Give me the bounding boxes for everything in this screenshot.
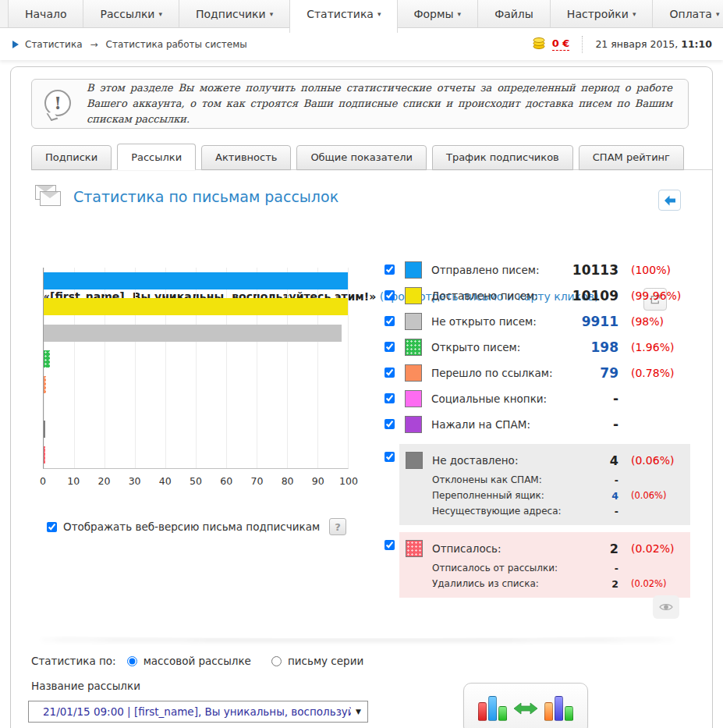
legend-subvalue: - <box>564 506 618 517</box>
current-time: 11:10 <box>681 38 712 50</box>
legend-color-swatch <box>405 261 422 279</box>
balance-amount[interactable]: 0 € <box>552 37 570 51</box>
legend-checkbox[interactable] <box>385 290 395 300</box>
legend-label: Отписалось: <box>432 542 564 555</box>
divider <box>582 36 583 53</box>
legend-group-block: Не доставлено:4(0.06%)Отклонены как СПАМ… <box>399 444 690 525</box>
chart-x-axis: 0102030405060708090100 <box>43 475 349 491</box>
legend-percent: (98%) <box>618 315 690 328</box>
nav-item-8[interactable]: Оплата▾ <box>653 0 723 27</box>
legend-color-swatch <box>405 287 422 304</box>
tab-4[interactable]: Общие показатели <box>296 145 427 170</box>
chart-bar-row <box>44 325 348 342</box>
help-button[interactable]: ? <box>329 518 346 535</box>
legend-checkbox[interactable] <box>385 368 395 378</box>
chart-bar <box>44 298 348 315</box>
chart-bar <box>44 421 45 438</box>
chevron-down-icon: ▾ <box>270 10 274 18</box>
x-tick-label: 40 <box>159 475 172 487</box>
campaign-select[interactable]: 21/01/15 09:00 | [first_name], Вы уникал… <box>28 701 368 723</box>
legend-row: Перешло по ссылкам:79(0.78%) <box>385 360 690 385</box>
legend-row: Доставлено писем:10109(99.96%) <box>385 282 690 308</box>
legend-percent: (0.06%) <box>618 454 690 467</box>
legend-subvalue-link[interactable]: 4 <box>564 490 618 502</box>
preview-eye-button[interactable] <box>653 595 679 619</box>
legend-color-swatch <box>405 416 422 433</box>
stats-by-radio[interactable] <box>271 656 282 666</box>
nav-item-5[interactable]: Формы▾ <box>397 0 478 27</box>
chevron-down-icon: ▾ <box>716 10 720 18</box>
double-arrow-icon <box>514 701 537 716</box>
legend-value-link[interactable]: 9911 <box>559 314 618 329</box>
legend-checkbox[interactable] <box>385 419 395 429</box>
legend-sublabel: Переполненный ящик: <box>432 490 564 501</box>
legend-value-link[interactable]: 79 <box>559 365 618 381</box>
stats-by-option-2[interactable]: письму серии <box>271 655 363 667</box>
compare-campaigns-button[interactable] <box>463 683 588 728</box>
campaign-name-label: Название рассылки <box>31 680 140 692</box>
chart-bar-row <box>44 350 348 368</box>
legend-value-link[interactable]: 198 <box>559 339 618 355</box>
eye-icon <box>659 602 673 612</box>
legend-value: 10113 <box>559 262 618 278</box>
legend-checkbox[interactable] <box>385 342 395 352</box>
tab-6[interactable]: СПАМ рейтинг <box>579 145 684 170</box>
radio-label: массовой рассылке <box>144 655 251 667</box>
chart-bar-row <box>44 272 348 289</box>
tab-5[interactable]: Трафик подписчиков <box>432 145 573 170</box>
legend-row: Нажали на СПАМ:- <box>385 411 690 437</box>
legend-row: Отправлено писем:10113(100%) <box>385 257 690 282</box>
legend-subpercent: (0.02%) <box>618 578 690 589</box>
back-button[interactable] <box>658 190 681 211</box>
stats-by-radio[interactable] <box>127 656 137 666</box>
legend-subrow: Несуществующие адреса:- <box>406 503 690 519</box>
legend-percent: (100%) <box>618 264 690 276</box>
campaign-select-value: 21/01/15 09:00 | [first_name], Вы уникал… <box>43 705 351 718</box>
radio-label: письму серии <box>288 655 363 667</box>
legend-checkbox[interactable] <box>385 265 395 275</box>
nav-item-3[interactable]: Подписчики▾ <box>179 0 290 27</box>
tab-3[interactable]: Активность <box>201 145 291 170</box>
nav-item-7[interactable]: Настройки▾ <box>551 0 654 27</box>
legend-row: Социальные кнопки:- <box>385 385 690 411</box>
nav-item-label: Статистика <box>307 8 374 20</box>
legend-checkbox[interactable] <box>385 452 395 462</box>
main-panel: ! В этом разделе Вы можете получить полн… <box>10 66 713 728</box>
nav-item-6[interactable]: Файлы <box>478 0 551 27</box>
x-tick-label: 80 <box>282 475 294 487</box>
chart-legend: Отправлено писем:10113(100%)Доставлено п… <box>385 257 690 598</box>
x-tick-label: 100 <box>339 475 358 487</box>
x-tick-label: 0 <box>40 475 46 487</box>
chart-bar-row <box>44 421 348 438</box>
legend-subvalue: - <box>564 563 618 574</box>
breadcrumb-section[interactable]: Статистика <box>25 39 83 50</box>
info-box-text: В этом разделе Вы можете получить полные… <box>87 80 672 127</box>
nav-item-1[interactable]: Начало <box>8 0 83 27</box>
chart-bar <box>44 446 45 463</box>
legend-group-main-row: Не доставлено:4(0.06%) <box>406 449 690 472</box>
tab-1[interactable]: Подписки <box>31 145 112 170</box>
web-version-label[interactable]: Отображать веб-версию письма подписчикам <box>63 520 320 533</box>
legend-label: Нажали на СПАМ: <box>431 418 559 431</box>
legend-checkbox[interactable] <box>385 316 395 326</box>
x-tick-label: 60 <box>220 475 232 487</box>
legend-label: Не открыто писем: <box>431 315 559 328</box>
legend-checkbox[interactable] <box>385 393 395 403</box>
nav-item-2[interactable]: Рассылки▾ <box>83 0 179 27</box>
legend-label: Не доставлено: <box>432 454 564 467</box>
legend-checkbox[interactable] <box>385 540 395 550</box>
web-version-checkbox[interactable] <box>47 522 57 532</box>
breadcrumb-marker-icon <box>12 41 19 48</box>
chart-bar <box>44 350 50 368</box>
page-title: Статистика по письмам рассылок <box>73 188 338 205</box>
chevron-down-icon: ▾ <box>377 10 381 18</box>
legend-group: Отписалось:2(0.02%)Отписалось от рассылк… <box>385 532 690 598</box>
left-arrow-icon <box>664 195 676 206</box>
nav-item-label: Оплата <box>669 8 711 20</box>
email-stats-chart: 0102030405060708090100 <box>43 268 349 491</box>
legend-label: Открыто писем: <box>431 341 559 353</box>
legend-value: - <box>559 417 618 432</box>
nav-item-4[interactable]: Статистика▾ <box>290 0 397 33</box>
tab-2[interactable]: Рассылки <box>117 144 196 170</box>
stats-by-option-1[interactable]: массовой рассылке <box>127 655 251 667</box>
